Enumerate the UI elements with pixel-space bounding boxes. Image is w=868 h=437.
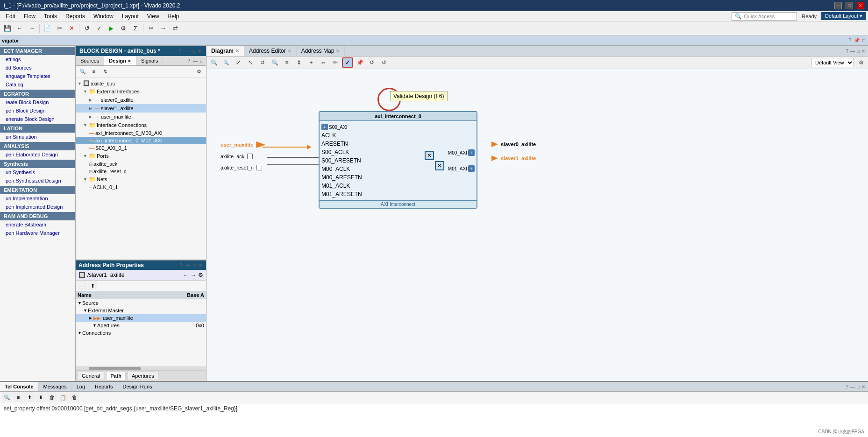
add-ip-button[interactable]: +	[306, 57, 317, 68]
tab-diagram[interactable]: Diagram ✕	[206, 46, 244, 56]
diag-min[interactable]: —	[849, 49, 856, 54]
tree-m00[interactable]: ━━ axi_interconnect_0_M00_AXI	[76, 129, 206, 137]
rotate-button[interactable]: ↺	[257, 57, 268, 68]
tab-help[interactable]: ?	[186, 58, 191, 63]
tcl-clear-btn[interactable]: 🗑	[47, 393, 57, 402]
addr-tab-general[interactable]: General	[78, 372, 104, 380]
minimize-button[interactable]: —	[834, 2, 842, 9]
addr-min[interactable]: —	[185, 263, 191, 268]
tcl-filter-btn[interactable]: ≡	[13, 393, 23, 402]
autoconnect-button[interactable]: 📌	[354, 57, 365, 68]
tcl-pause-btn[interactable]: ⏸	[36, 393, 46, 402]
tree-m01[interactable]: ━━ axi_interconnect_0_M01_AXI	[76, 137, 206, 144]
bd-filter-button[interactable]: ≡	[89, 67, 99, 76]
tcl-tab-design-runs[interactable]: Design Runs	[118, 382, 157, 391]
align-horiz-button[interactable]: ≡	[281, 57, 292, 68]
tcl-help[interactable]: ?	[845, 384, 849, 389]
menu-window[interactable]: Window	[90, 12, 117, 21]
tree-nets[interactable]: ▼ 📁 Nets	[76, 175, 206, 183]
tree-axilite-reset[interactable]: ⊟ axilite_reset_n	[76, 168, 206, 175]
tree-iface-connections[interactable]: ▼ 📁 Interface Connections	[76, 121, 206, 129]
menu-help[interactable]: Help	[164, 12, 183, 21]
addr-apertures-row[interactable]: ▼ Apertures 0x0	[76, 322, 206, 329]
nav-catalog[interactable]: Catalog	[0, 80, 75, 89]
refresh-canvas-button[interactable]: ↺	[366, 57, 377, 68]
connect-button[interactable]: ✂	[318, 57, 329, 68]
bd-refresh-button[interactable]: ↯	[100, 67, 110, 76]
diagram-canvas[interactable]: user_maxilite axilite_ack axilite_reset_…	[206, 69, 868, 381]
tree-s00[interactable]: ━━ S00_AXI_0_1	[76, 144, 206, 152]
m01-axi-plus[interactable]: +	[468, 165, 475, 172]
tcl-min[interactable]: —	[849, 384, 856, 389]
menu-layout[interactable]: Layout	[118, 12, 142, 21]
tcl-tab-log[interactable]: Log	[72, 382, 90, 391]
view-select[interactable]: Default View	[811, 58, 854, 67]
settings-button[interactable]: ⚙	[118, 23, 129, 34]
tcl-copy-btn[interactable]: 📋	[58, 393, 68, 402]
addr-tab-apertures[interactable]: Apertures	[128, 372, 158, 380]
tab-min[interactable]: —	[192, 58, 199, 63]
tab-signals[interactable]: Signals	[136, 56, 163, 65]
zoom-in-button[interactable]: 🔍	[208, 57, 220, 68]
addr-source-row[interactable]: ▼ Source	[76, 299, 206, 307]
nav-settings[interactable]: ettings	[0, 55, 75, 63]
tree-user-maxilite[interactable]: ▶ ↔ user_maxilite	[76, 113, 206, 121]
tcl-tab-reports[interactable]: Reports	[90, 382, 118, 391]
addr-sort-button[interactable]: ≡	[78, 282, 87, 290]
nav-generate-block[interactable]: enerate Block Design	[0, 115, 75, 123]
addr-ext-master-row[interactable]: ▼ External Master	[76, 307, 206, 314]
tree-external-interfaces[interactable]: ▼ 📁 External Interfaces	[76, 87, 206, 96]
align-vert-button[interactable]: ⇕	[293, 57, 305, 68]
new-button[interactable]: 📄	[42, 23, 53, 34]
close-button[interactable]: ✕	[857, 2, 864, 9]
nav-add-sources[interactable]: dd Sources	[0, 63, 75, 72]
cut2-button[interactable]: ✂	[145, 23, 157, 34]
nav-open-hardware[interactable]: pen Hardware Manager	[0, 229, 75, 237]
nav-create-block[interactable]: reate Block Design	[0, 98, 75, 106]
nav-section-synthesis[interactable]: Synthesis	[0, 160, 75, 168]
s00-axi-plus[interactable]: +	[321, 124, 328, 130]
nav-run-impl[interactable]: un Implementation	[0, 194, 75, 203]
addr-close[interactable]: ✕	[198, 263, 203, 268]
run-button[interactable]: ▶	[106, 23, 117, 34]
tree-ports[interactable]: ▼ 📁 Ports	[76, 152, 206, 160]
addr-max[interactable]: □	[192, 263, 197, 268]
nav-gen-bitstream[interactable]: enerate Bitstream	[0, 220, 75, 229]
nav-language-templates[interactable]: anguage Templates	[0, 72, 75, 80]
nav-section-impl[interactable]: EMENTATION	[0, 186, 75, 194]
tab-max[interactable]: □	[199, 58, 204, 63]
tab-address-map[interactable]: Address Map ✕	[297, 46, 345, 56]
bd-gear-button[interactable]: ⚙	[194, 67, 204, 76]
route-button[interactable]: →	[157, 23, 169, 34]
ae-tab-close[interactable]: ✕	[288, 49, 292, 53]
addr-forward-button[interactable]: →	[191, 272, 196, 278]
tcl-trash-btn[interactable]: 🗑	[69, 393, 79, 402]
menu-edit[interactable]: Edit	[2, 12, 19, 21]
search-bar[interactable]: 🔍 Quick Access	[732, 12, 797, 21]
maximize-button[interactable]: □	[846, 2, 853, 9]
addr-tab-path[interactable]: Path	[106, 372, 126, 380]
nav-section-sim[interactable]: LATION	[0, 124, 75, 133]
menu-reports[interactable]: Reports	[62, 12, 89, 21]
tree-slaver0[interactable]: ▶ ↔ slaver0_axilite	[76, 96, 206, 104]
nav-open-impl[interactable]: pen Implemented Design	[0, 203, 75, 211]
menu-view[interactable]: View	[143, 12, 163, 21]
diag-help[interactable]: ?	[845, 49, 849, 54]
nav-section-debug[interactable]: RAM AND DEBUG	[0, 212, 75, 220]
swap-button[interactable]: ⇄	[170, 23, 181, 34]
tcl-up-btn[interactable]: ⬆	[24, 393, 35, 402]
nav-section-integrator[interactable]: EGRATOR	[0, 90, 75, 98]
m00-axi-plus[interactable]: +	[468, 149, 475, 156]
bd-minimize-icon[interactable]: —	[184, 49, 190, 54]
am-tab-close[interactable]: ✕	[336, 49, 340, 53]
menu-flow[interactable]: Flow	[20, 12, 39, 21]
check-button[interactable]: ✓	[93, 23, 105, 34]
validate-button[interactable]: ✓	[342, 57, 353, 68]
bd-help-icon[interactable]: ?	[178, 49, 183, 54]
addr-help[interactable]: ?	[179, 263, 184, 268]
nav-open-block[interactable]: pen Block Design	[0, 106, 75, 115]
addr-filter-button[interactable]: ⬆	[88, 282, 97, 290]
expand-icon[interactable]: □	[861, 38, 866, 43]
tcl-close[interactable]: ✕	[861, 384, 866, 389]
redo-button[interactable]: →	[26, 23, 37, 34]
